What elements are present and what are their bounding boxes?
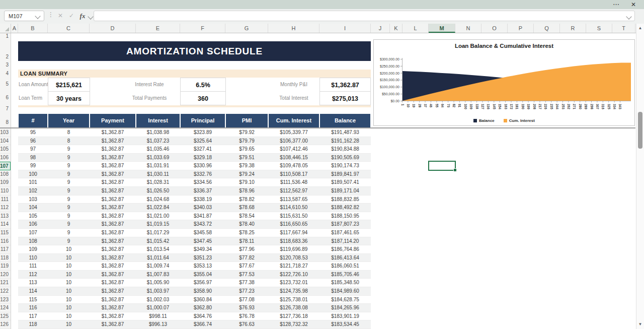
more-options-button[interactable]: ⋯ [609,0,624,9]
row-header-103[interactable]: 103 [0,128,11,137]
cell[interactable]: $191,162.28 [319,137,371,145]
cell[interactable]: 108 [18,237,48,245]
cell[interactable]: $79.51 [225,154,268,162]
cell[interactable]: 106 [18,220,48,228]
cell[interactable]: $1,031.91 [136,162,180,170]
cell[interactable]: $364.76 [180,312,225,320]
select-all-corner[interactable] [0,24,11,33]
close-button[interactable]: ✕ [628,0,639,9]
cell[interactable]: $1,015.42 [136,237,180,245]
cell[interactable]: 101 [18,178,48,186]
cell[interactable]: 9 [48,178,90,186]
cell[interactable]: $115,631.50 [268,212,319,220]
cell[interactable]: $183,901.19 [319,312,371,320]
cell[interactable]: $336.37 [180,187,225,195]
row-header-4[interactable]: 4 [0,70,11,78]
column-header-A[interactable]: A [11,24,18,33]
cell[interactable]: $1,362.87 [90,271,136,279]
cell[interactable]: $77.08 [225,296,268,304]
cell[interactable]: $184,265.96 [319,304,371,312]
column-header-F[interactable]: F [180,24,225,33]
cell[interactable]: 98 [18,154,48,162]
cell[interactable]: $185,348.50 [319,279,371,287]
selected-cell-M107[interactable] [428,161,456,171]
cell[interactable]: 117 [18,312,48,320]
row-header-108[interactable]: 108 [0,170,11,179]
confirm-entry-icon[interactable]: ✓ [66,11,76,21]
insert-function-icon[interactable]: fx [77,11,88,21]
cell[interactable]: $1,362.87 [90,296,136,304]
cell[interactable]: $1,362.87 [90,187,136,195]
cell[interactable]: $119,696.89 [268,245,319,253]
cell[interactable]: $117,667.94 [268,229,319,237]
cell[interactable]: $185,705.46 [319,271,371,279]
cell[interactable]: $332.76 [180,170,225,178]
cell[interactable]: $1,362.87 [90,254,136,262]
cell[interactable]: $1,038.98 [136,128,180,137]
cancel-entry-icon[interactable]: ✕ [55,11,65,21]
table-header-cuminterest[interactable]: Cum. Interest [269,114,319,127]
cell[interactable]: $183,534.45 [319,320,371,328]
column-header-P[interactable]: P [508,24,534,33]
column-header-K[interactable]: K [390,24,403,33]
cell[interactable]: $118,683.36 [268,237,319,245]
cell[interactable]: $338.19 [180,195,225,204]
row-header-118[interactable]: 118 [0,254,11,262]
row-header-8[interactable]: 8 [0,118,11,126]
row-header-5[interactable]: 5 [0,80,11,88]
table-header-pmi[interactable]: PMI [226,114,268,127]
cell[interactable]: $105,339.77 [268,128,319,137]
cell[interactable]: 10 [48,287,90,295]
cell[interactable]: $1,362.87 [90,279,136,287]
cell[interactable]: 9 [48,195,90,204]
legend-item-cum-interest[interactable]: Cum. Interest [504,118,535,123]
cell[interactable]: $330.96 [180,162,225,170]
cell[interactable]: 9 [48,145,90,153]
row-header-112[interactable]: 112 [0,204,11,212]
loan-amount-label[interactable]: Loan Amount [19,78,48,92]
cell[interactable]: $355.04 [180,271,225,279]
row-header-124[interactable]: 124 [0,304,11,312]
cell[interactable]: 95 [18,128,48,137]
cell[interactable]: $78.82 [225,195,268,204]
cell[interactable]: $107,412.46 [268,145,319,153]
cell[interactable]: $189,507.41 [319,178,371,186]
scrollbar-thumb[interactable] [638,112,642,149]
cell[interactable]: $1,362.87 [90,304,136,312]
cell[interactable]: $123,732.01 [268,279,319,287]
total-payments-value[interactable]: 360 [180,91,226,105]
column-header-J[interactable]: J [371,24,390,33]
cell[interactable]: 9 [48,204,90,212]
cell[interactable]: $112,562.97 [268,187,319,195]
cell[interactable]: $1,005.90 [136,279,180,287]
cell[interactable]: $1,362.87 [90,287,136,295]
column-header-L[interactable]: L [403,24,429,33]
interest-rate-label[interactable]: Interest Rate [109,78,190,92]
cell[interactable]: 9 [48,212,90,220]
cell[interactable]: $187,807.23 [319,220,371,228]
fill-handle[interactable] [453,168,457,172]
total-interest-value[interactable]: $275,013 [319,91,371,105]
cell[interactable]: $188,150.95 [319,212,371,220]
cell[interactable]: $998.11 [136,312,180,320]
cell[interactable]: 10 [48,320,90,328]
row-header-1[interactable]: 1 [0,32,11,40]
cell[interactable]: 9 [48,187,90,195]
cell[interactable]: $79.38 [225,162,268,170]
loan-term-value[interactable]: 30 years [48,91,90,105]
cell[interactable]: $1,362.87 [90,245,136,253]
cell[interactable]: $77.53 [225,271,268,279]
cell[interactable]: $190,174.73 [319,162,371,170]
cell[interactable]: 9 [48,154,90,162]
cell[interactable]: $1,026.50 [136,187,180,195]
cell[interactable]: 110 [18,254,48,262]
cell[interactable]: 96 [18,137,48,145]
table-header-principal[interactable]: Principal [181,114,225,127]
row-header-109[interactable]: 109 [0,178,11,187]
cell[interactable]: $106,377.00 [268,137,319,145]
cell[interactable]: 114 [18,287,48,295]
cell[interactable]: $186,060.51 [319,262,371,270]
cell[interactable]: $77.96 [225,245,268,253]
column-header-E[interactable]: E [136,24,180,33]
scroll-up-icon[interactable]: ▲ [636,25,644,32]
